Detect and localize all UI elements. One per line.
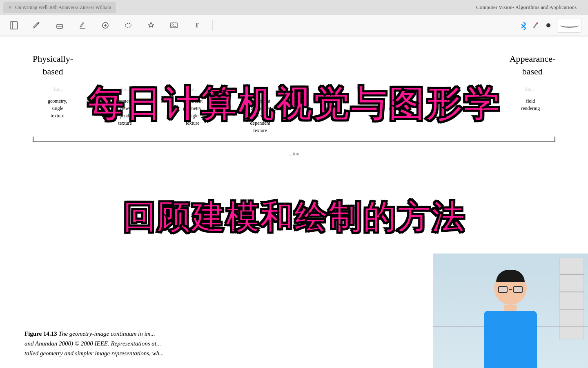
webcam-area [433, 254, 588, 368]
image-tool-button[interactable] [167, 18, 181, 33]
person-head [494, 272, 527, 305]
toolbar-right [519, 18, 581, 33]
section-headers-row: Physically-based Appearance-based [24, 53, 564, 78]
shapes-tool-button[interactable] [98, 18, 113, 33]
svg-point-5 [125, 23, 131, 27]
svg-line-9 [521, 26, 523, 28]
cabinet-shelf-3 [560, 309, 584, 310]
star-tool-button[interactable] [144, 18, 158, 33]
cabinet-shelf-1 [560, 274, 584, 275]
continuation-note: ...ion [24, 150, 564, 157]
lasso-tool-button[interactable] [121, 18, 136, 33]
grid-cell-5: withdepth [295, 96, 361, 135]
section-header-physically: Physically-based [33, 53, 73, 78]
toolbar-separator [212, 20, 213, 31]
grid-cell-8: fieldrendering [498, 96, 564, 135]
col-headers-obscured: La... La... La... La... La... La... La..… [24, 86, 564, 92]
col-header-8: La... [510, 86, 550, 92]
tab-bar: ✕ On Writing Well 30th Anniversa Zinsser… [0, 0, 588, 15]
figure-label: Figure 14.13 [24, 330, 57, 337]
second-tab-title: Computer Vision- Algorithms and Applicat… [476, 4, 577, 11]
tab-close-icon[interactable]: ✕ [8, 5, 12, 10]
brush-stroke-preview [560, 23, 579, 28]
eraser-tool-button[interactable] [52, 18, 67, 33]
person-neck [504, 305, 517, 311]
cabinet-shelf-2 [560, 292, 584, 292]
sidebar-toggle-button[interactable] [7, 18, 21, 33]
stylus-icon [531, 20, 540, 29]
grid-cell-4: dependentgeometry,view-dependenttexture [227, 96, 294, 135]
grid-cell-3: dependentgeometry,singletexture [160, 96, 226, 135]
main-content: Physically-based Appearance-based La... … [0, 36, 588, 368]
col-header-7 [442, 86, 483, 92]
grid-cell-7 [430, 96, 496, 135]
section-header-appearance: Appearance-based [510, 53, 555, 78]
person-hair [496, 270, 525, 282]
glasses-lens-left [498, 286, 508, 293]
col-header-2: La... [105, 86, 146, 92]
dot-indicator [546, 23, 550, 27]
bluetooth-icon [519, 21, 528, 30]
cabinet [559, 258, 584, 339]
pen-tool-button[interactable] [29, 18, 44, 33]
text-tool-button[interactable]: T [189, 18, 204, 33]
bracket-line [33, 141, 555, 142]
browser-chrome: ✕ On Writing Well 30th Anniversa Zinsser… [0, 0, 588, 36]
person-glasses [498, 286, 523, 294]
col-header-3: La... [173, 86, 214, 92]
figure-caption: Figure 14.13 The geometry-image continuu… [24, 329, 416, 358]
grid-cell-6: depthimages [363, 96, 429, 135]
svg-point-10 [537, 22, 538, 24]
col-header-5: La... [307, 86, 348, 92]
col-header-1: La... [38, 86, 79, 92]
svg-rect-0 [10, 22, 18, 29]
col-header-6: La... [375, 86, 416, 92]
person-body [484, 311, 537, 368]
bluetooth-area [519, 20, 540, 31]
columns-grid: geometry,singletexture geometry,view-dep… [24, 96, 564, 135]
grid-cell-2: geometry,view-dependenttexture [92, 96, 158, 135]
overlay-title-line2: 回顾建模和绘制的方法 [8, 196, 580, 240]
glasses-frame [498, 286, 523, 293]
grid-cell-1: geometry,singletexture [24, 96, 91, 135]
svg-point-7 [172, 24, 174, 25]
glasses-bridge [509, 289, 512, 290]
glasses-lens-right [513, 286, 523, 293]
brush-preview[interactable] [557, 18, 581, 33]
highlighter-tool-button[interactable] [75, 18, 90, 33]
svg-line-8 [521, 24, 523, 26]
tab-writing-well[interactable]: ✕ On Writing Well 30th Anniversa Zinsser… [3, 2, 116, 13]
tab-title-writing-well: On Writing Well 30th Anniversa Zinsser W… [15, 4, 111, 11]
person [484, 272, 537, 368]
toolbar: T [0, 15, 588, 36]
col-header-4: La... [240, 86, 281, 92]
